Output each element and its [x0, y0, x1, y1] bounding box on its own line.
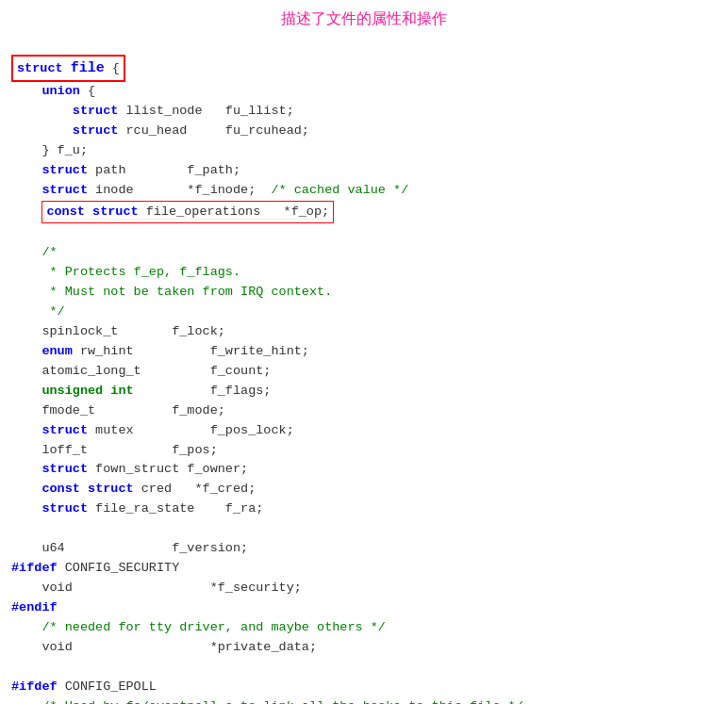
code-block: struct file { union { struct llist_node … [11, 35, 717, 704]
struct-header: struct file { union { struct llist_node … [11, 61, 622, 704]
title-comment: 描述了文件的属性和操作 [11, 8, 717, 31]
